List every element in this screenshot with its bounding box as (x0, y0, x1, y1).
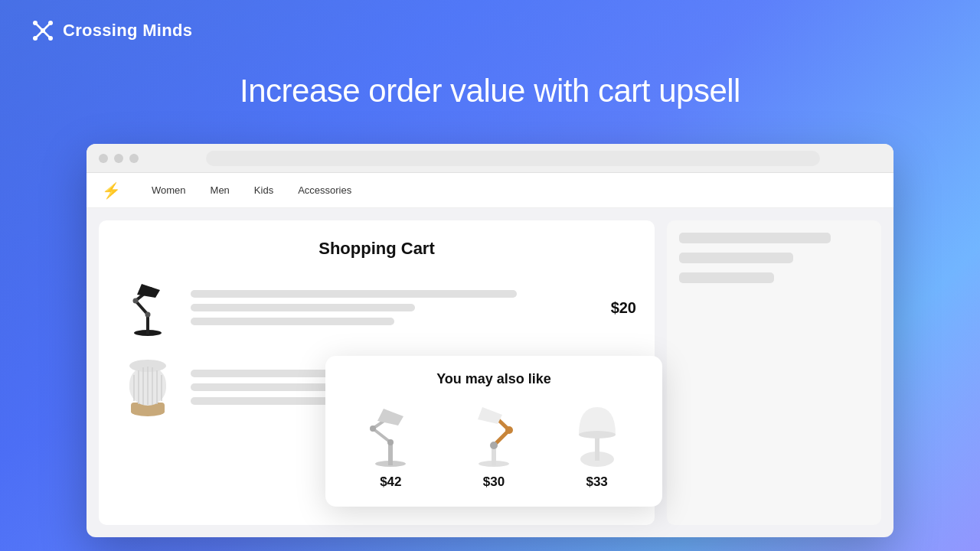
placeholder-line (191, 304, 415, 311)
browser-dot-red (99, 154, 108, 163)
svg-point-0 (33, 21, 38, 25)
upsell-item-1[interactable]: $42 (352, 399, 429, 490)
cart-item-1: $20 (117, 277, 636, 338)
lamp-black-icon (120, 278, 175, 337)
logo-area: Crossing Minds (31, 18, 192, 43)
site-navbar: ⚡ Women Men Kids Accessories (87, 173, 893, 208)
upsell-title: You may also like (344, 371, 644, 387)
cart-panel: Shopping Cart (99, 220, 655, 525)
upsell-item-3[interactable]: $33 (559, 399, 635, 490)
top-bar: Crossing Minds (0, 0, 980, 61)
cart-item-1-details (191, 290, 599, 325)
placeholder-line (191, 290, 517, 298)
svg-point-4 (41, 28, 45, 33)
svg-point-10 (145, 312, 151, 318)
browser-chrome (87, 144, 893, 173)
upsell-item-1-price: $42 (380, 474, 401, 490)
nav-item-kids[interactable]: Kids (254, 184, 273, 196)
svg-line-25 (373, 429, 390, 442)
svg-point-29 (370, 425, 376, 432)
svg-point-11 (133, 298, 139, 304)
svg-rect-24 (388, 442, 393, 465)
browser-dot-yellow (114, 154, 123, 163)
placeholder-line (191, 318, 394, 325)
upsell-item-2[interactable]: $30 (456, 399, 532, 490)
svg-rect-38 (595, 435, 599, 461)
browser-dot-green (129, 154, 139, 163)
upsell-popup: You may also like (325, 356, 662, 507)
upsell-item-3-price: $33 (586, 474, 607, 490)
upsell-item-3-image (559, 399, 635, 468)
browser-addressbar (206, 151, 820, 166)
svg-point-1 (48, 21, 53, 25)
upsell-item-2-image (456, 399, 532, 468)
lamp-white-icon (356, 401, 425, 468)
svg-point-3 (48, 36, 53, 41)
nav-item-men[interactable]: Men (211, 184, 230, 196)
content-area: Shopping Cart (87, 208, 893, 537)
speaker-icon (122, 357, 173, 418)
upsell-items-list: $42 (344, 399, 644, 490)
brand-name: Crossing Minds (63, 21, 192, 41)
svg-rect-6 (146, 315, 149, 334)
right-placeholder-3 (679, 272, 774, 283)
svg-point-39 (579, 431, 616, 439)
page-headline: Increase order value with cart upsell (0, 73, 980, 109)
upsell-item-1-image (352, 399, 429, 468)
nav-item-accessories[interactable]: Accessories (298, 184, 351, 196)
browser-mockup: ⚡ Women Men Kids Accessories Shopping Ca… (87, 144, 893, 537)
svg-point-2 (33, 36, 38, 41)
cart-item-2-image (117, 357, 178, 418)
svg-point-36 (505, 426, 513, 434)
cart-item-1-price: $20 (611, 299, 636, 317)
nav-item-women[interactable]: Women (152, 184, 186, 196)
svg-line-7 (136, 301, 148, 315)
right-placeholder-1 (679, 233, 831, 243)
lamp-wood-icon (459, 401, 528, 468)
upsell-item-2-price: $30 (483, 474, 505, 490)
svg-point-28 (387, 439, 394, 445)
lamp-round-icon (568, 401, 626, 468)
right-placeholder-2 (679, 253, 793, 263)
crossing-minds-icon (31, 18, 55, 43)
svg-point-35 (490, 442, 498, 449)
cart-item-1-image (117, 277, 178, 338)
cart-title: Shopping Cart (117, 239, 636, 259)
svg-marker-34 (478, 407, 502, 424)
site-logo-bolt: ⚡ (102, 181, 121, 200)
right-panel (667, 220, 881, 525)
